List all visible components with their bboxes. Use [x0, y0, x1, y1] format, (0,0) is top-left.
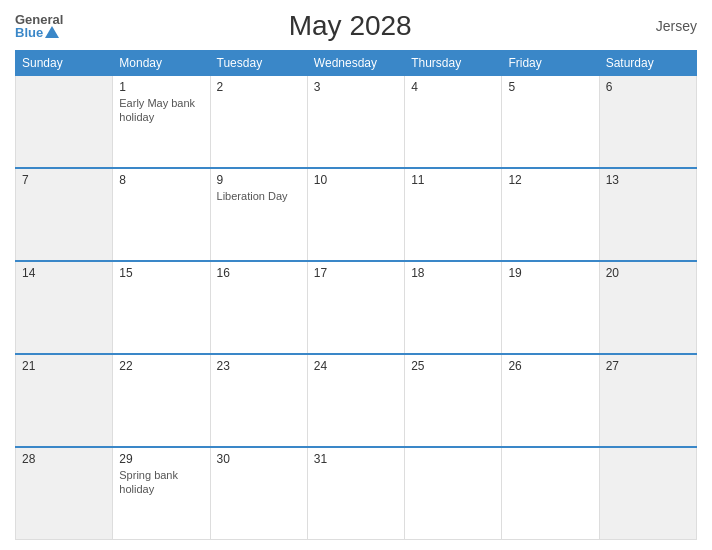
- header: General Blue May 2028 Jersey: [15, 10, 697, 42]
- calendar-cell: 8: [113, 168, 210, 261]
- day-number: 8: [119, 173, 203, 187]
- calendar-cell: [16, 76, 113, 169]
- calendar-cell: [502, 447, 599, 540]
- calendar-cell: 27: [599, 354, 696, 447]
- day-number: 31: [314, 452, 398, 466]
- calendar-week-row: 789Liberation Day10111213: [16, 168, 697, 261]
- calendar-cell: 30: [210, 447, 307, 540]
- calendar-week-row: 1Early May bank holiday23456: [16, 76, 697, 169]
- calendar-cell: 6: [599, 76, 696, 169]
- calendar-cell: 14: [16, 261, 113, 354]
- day-number: 26: [508, 359, 592, 373]
- day-number: 3: [314, 80, 398, 94]
- calendar-cell: 1Early May bank holiday: [113, 76, 210, 169]
- calendar-cell: 17: [307, 261, 404, 354]
- calendar-cell: 7: [16, 168, 113, 261]
- calendar-cell: 19: [502, 261, 599, 354]
- logo-blue-text: Blue: [15, 26, 43, 39]
- calendar-cell: 25: [405, 354, 502, 447]
- col-wednesday: Wednesday: [307, 51, 404, 76]
- day-number: 20: [606, 266, 690, 280]
- logo: General Blue: [15, 13, 63, 39]
- calendar-table: Sunday Monday Tuesday Wednesday Thursday…: [15, 50, 697, 540]
- day-number: 17: [314, 266, 398, 280]
- day-number: 18: [411, 266, 495, 280]
- day-number: 6: [606, 80, 690, 94]
- weekday-header-row: Sunday Monday Tuesday Wednesday Thursday…: [16, 51, 697, 76]
- col-tuesday: Tuesday: [210, 51, 307, 76]
- calendar-week-row: 14151617181920: [16, 261, 697, 354]
- calendar-cell: 31: [307, 447, 404, 540]
- day-number: 7: [22, 173, 106, 187]
- calendar-page: General Blue May 2028 Jersey Sunday Mond…: [0, 0, 712, 550]
- calendar-cell: 13: [599, 168, 696, 261]
- day-number: 22: [119, 359, 203, 373]
- day-number: 27: [606, 359, 690, 373]
- calendar-cell: [599, 447, 696, 540]
- calendar-cell: 12: [502, 168, 599, 261]
- calendar-cell: 2: [210, 76, 307, 169]
- calendar-cell: 28: [16, 447, 113, 540]
- day-number: 28: [22, 452, 106, 466]
- logo-triangle-icon: [45, 26, 59, 38]
- col-thursday: Thursday: [405, 51, 502, 76]
- calendar-cell: 16: [210, 261, 307, 354]
- col-friday: Friday: [502, 51, 599, 76]
- day-number: 19: [508, 266, 592, 280]
- calendar-cell: 15: [113, 261, 210, 354]
- day-number: 21: [22, 359, 106, 373]
- calendar-cell: 18: [405, 261, 502, 354]
- day-number: 23: [217, 359, 301, 373]
- day-number: 4: [411, 80, 495, 94]
- region-label: Jersey: [637, 18, 697, 34]
- day-number: 15: [119, 266, 203, 280]
- calendar-week-row: 2829Spring bank holiday3031: [16, 447, 697, 540]
- calendar-cell: 29Spring bank holiday: [113, 447, 210, 540]
- day-number: 30: [217, 452, 301, 466]
- holiday-label: Early May bank holiday: [119, 97, 195, 123]
- calendar-cell: 24: [307, 354, 404, 447]
- calendar-cell: 9Liberation Day: [210, 168, 307, 261]
- day-number: 5: [508, 80, 592, 94]
- day-number: 24: [314, 359, 398, 373]
- calendar-cell: 22: [113, 354, 210, 447]
- calendar-week-row: 21222324252627: [16, 354, 697, 447]
- day-number: 11: [411, 173, 495, 187]
- day-number: 2: [217, 80, 301, 94]
- calendar-cell: [405, 447, 502, 540]
- calendar-title: May 2028: [63, 10, 637, 42]
- calendar-cell: 21: [16, 354, 113, 447]
- holiday-label: Spring bank holiday: [119, 469, 178, 495]
- col-monday: Monday: [113, 51, 210, 76]
- calendar-cell: 20: [599, 261, 696, 354]
- day-number: 14: [22, 266, 106, 280]
- day-number: 10: [314, 173, 398, 187]
- day-number: 16: [217, 266, 301, 280]
- calendar-cell: 23: [210, 354, 307, 447]
- day-number: 13: [606, 173, 690, 187]
- day-number: 1: [119, 80, 203, 94]
- calendar-cell: 26: [502, 354, 599, 447]
- calendar-cell: 11: [405, 168, 502, 261]
- calendar-cell: 5: [502, 76, 599, 169]
- day-number: 12: [508, 173, 592, 187]
- day-number: 29: [119, 452, 203, 466]
- holiday-label: Liberation Day: [217, 190, 288, 202]
- col-saturday: Saturday: [599, 51, 696, 76]
- calendar-cell: 10: [307, 168, 404, 261]
- col-sunday: Sunday: [16, 51, 113, 76]
- day-number: 25: [411, 359, 495, 373]
- day-number: 9: [217, 173, 301, 187]
- calendar-cell: 4: [405, 76, 502, 169]
- calendar-cell: 3: [307, 76, 404, 169]
